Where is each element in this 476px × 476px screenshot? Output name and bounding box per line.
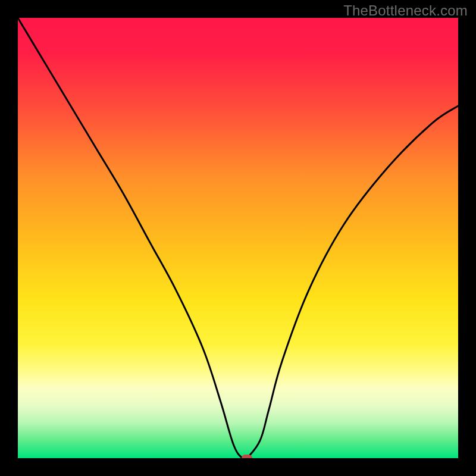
watermark-text: TheBottleneck.com: [343, 2, 468, 19]
optimal-point-marker: [242, 455, 252, 458]
plot-area: [18, 18, 458, 458]
bottleneck-curve: [18, 18, 458, 458]
chart-frame: TheBottleneck.com: [0, 0, 476, 476]
